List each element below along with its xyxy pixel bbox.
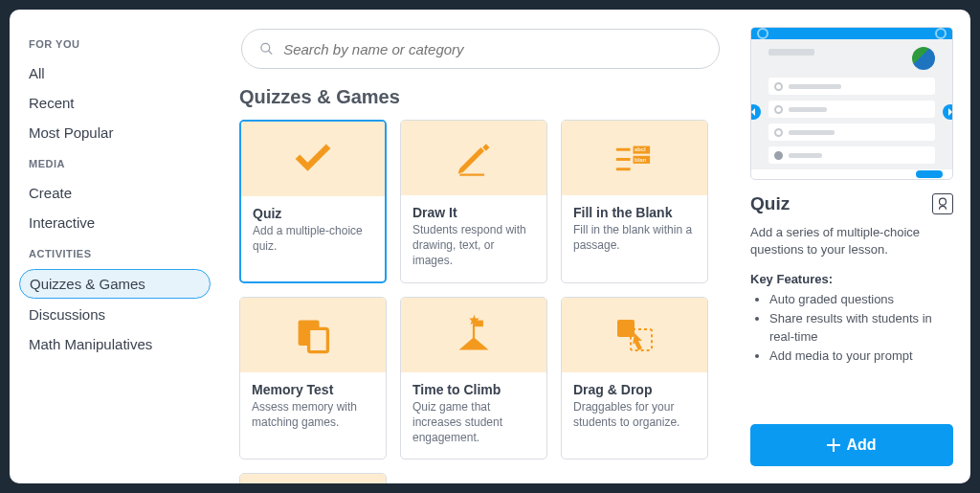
card-draw-it[interactable]: Draw It Students respond with drawing, t… [400, 120, 547, 283]
next-arrow-icon [943, 104, 953, 120]
detail-title: Quiz [750, 193, 790, 214]
card-desc: Assess memory with matching games. [252, 399, 374, 430]
help-icon [757, 28, 768, 39]
card-desc: Quiz game that increases student engagem… [412, 399, 535, 446]
svg-rect-12 [473, 320, 475, 339]
search-input[interactable] [283, 41, 702, 57]
svg-text:abcl: abcl [635, 146, 646, 152]
feature-list: Auto graded questions Share results with… [750, 290, 953, 365]
svg-rect-13 [475, 320, 483, 326]
user-icon [935, 28, 947, 39]
nav-recent[interactable]: Recent [19, 89, 211, 117]
card-title: Quiz [253, 206, 373, 221]
card-memory-test[interactable]: Memory Test Assess memory with matching … [239, 297, 387, 460]
check-icon [292, 138, 334, 180]
card-title: Memory Test [252, 382, 374, 397]
nav-all[interactable]: All [19, 59, 211, 87]
key-features-label: Key Features: [750, 272, 953, 286]
card-title: Fill in the Blank [573, 205, 696, 220]
detail-panel: Quiz Add a series of multiple-choice que… [741, 10, 970, 483]
add-button[interactable]: Add [750, 424, 953, 466]
main-panel: Quizzes & Games Quiz Add a multiple-choi… [220, 10, 741, 483]
card-time-to-climb[interactable]: Time to Climb Quiz game that increases s… [400, 297, 547, 460]
activity-preview [750, 27, 953, 180]
flag-icon [453, 314, 495, 356]
svg-point-0 [261, 43, 270, 52]
nav-math-manipulatives[interactable]: Math Manipulatives [19, 330, 211, 358]
card-title: Time to Climb [412, 382, 535, 397]
nav-create[interactable]: Create [19, 179, 211, 207]
memory-icon [292, 314, 334, 356]
feature-item: Share results with students in real-time [769, 309, 953, 347]
section-header-for-you: FOR YOU [29, 38, 201, 50]
svg-rect-14 [617, 320, 635, 337]
card-desc: Draggables for your students to organize… [573, 399, 696, 430]
pencil-icon [453, 137, 495, 179]
svg-rect-6 [616, 158, 631, 161]
svg-line-1 [268, 51, 272, 55]
info-badge-icon [932, 193, 953, 214]
plus-icon [827, 438, 840, 452]
card-desc: Fill in the blank within a passage. [573, 222, 696, 253]
blank-icon: abclblan [613, 137, 656, 179]
svg-point-20 [940, 198, 947, 205]
card-fill-blank[interactable]: abclblan Fill in the Blank Fill in the b… [561, 120, 708, 283]
section-header-activities: ACTIVITIES [29, 248, 201, 259]
card-quiz[interactable]: Quiz Add a multiple-choice quiz. [239, 120, 387, 283]
detail-desc: Add a series of multiple-choice question… [750, 224, 953, 258]
svg-rect-9 [616, 168, 631, 170]
activity-picker-modal: FOR YOU All Recent Most Popular MEDIA Cr… [10, 10, 970, 483]
svg-rect-3 [616, 148, 631, 151]
card-partial[interactable]: a [239, 473, 387, 483]
nav-interactive[interactable]: Interactive [19, 209, 211, 236]
nav-most-popular[interactable]: Most Popular [19, 119, 211, 146]
feature-item: Add media to your prompt [769, 347, 953, 366]
add-button-label: Add [846, 437, 876, 454]
card-desc: Students respond with drawing, text, or … [412, 222, 535, 269]
search-input-wrap[interactable] [241, 29, 720, 69]
card-title: Drag & Drop [573, 382, 696, 397]
nav-discussions[interactable]: Discussions [19, 301, 211, 328]
svg-text:blan: blan [635, 157, 646, 163]
svg-rect-11 [309, 328, 328, 351]
prev-arrow-icon [750, 104, 761, 120]
svg-rect-22 [827, 444, 840, 446]
card-desc: Add a multiple-choice quiz. [253, 223, 373, 254]
drag-icon [613, 314, 656, 356]
cards-scroll[interactable]: Quiz Add a multiple-choice quiz. Draw It… [239, 120, 722, 483]
nav-quizzes-games[interactable]: Quizzes & Games [19, 269, 211, 299]
section-header-media: MEDIA [29, 158, 201, 169]
main-title: Quizzes & Games [239, 86, 722, 108]
feature-item: Auto graded questions [769, 290, 953, 309]
sidebar: FOR YOU All Recent Most Popular MEDIA Cr… [10, 10, 220, 483]
card-drag-drop[interactable]: Drag & Drop Draggables for your students… [561, 297, 708, 460]
search-icon [259, 41, 274, 56]
card-title: Draw It [412, 205, 535, 220]
svg-rect-2 [459, 174, 484, 176]
avatar [912, 47, 935, 70]
